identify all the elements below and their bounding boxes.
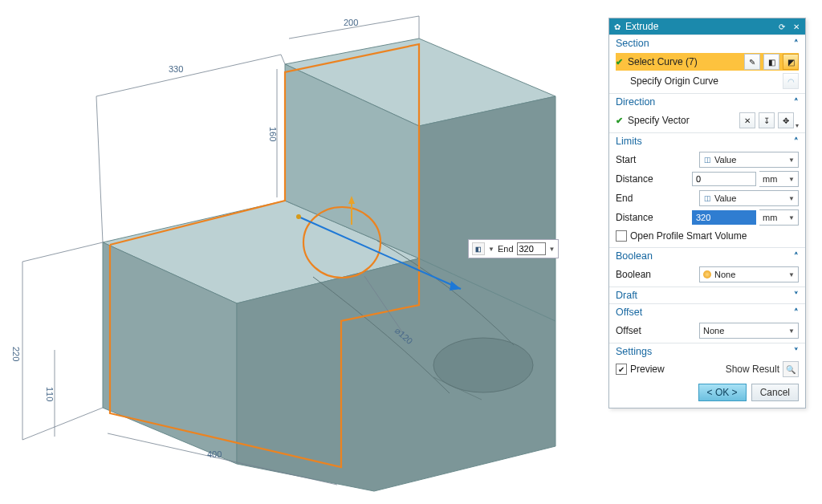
end-unit-label: mm (763, 213, 788, 222)
select-curve-row[interactable]: ✔ Select Curve (7) ✎ ◧ ◩ (616, 53, 799, 71)
start-type-select[interactable]: ◫ Value ▼ (699, 152, 799, 168)
dialog-titlebar[interactable]: ✿ Extrude ⟳ ✕ (609, 18, 805, 35)
section-title-settings: Settings (616, 346, 794, 357)
section-header-section[interactable]: Section ˄ (609, 35, 805, 51)
end-type-dropdown-caret[interactable]: ▼ (488, 246, 494, 253)
sketch-section-icon[interactable]: ✎ (744, 54, 760, 70)
end-distance-input[interactable] (692, 210, 756, 225)
value-cube-icon: ◫ (703, 156, 711, 164)
chevron-up-icon: ˄ (794, 39, 799, 49)
section-header-direction[interactable]: Direction ˄ (609, 93, 805, 110)
chevron-up-icon: ˄ (794, 307, 799, 318)
start-type-value: Value (714, 155, 785, 165)
chevron-down-icon: ▼ (788, 271, 795, 278)
check-icon: ✔ (616, 116, 623, 126)
specify-origin-row[interactable]: Specify Origin Curve ◠ (616, 72, 799, 90)
section-title-draft: Draft (616, 290, 794, 301)
section-header-boolean[interactable]: Boolean ˄ (609, 247, 805, 264)
open-profile-label: Open Profile Smart Volume (630, 230, 747, 242)
vector-dialog-icon[interactable]: ✥ (778, 112, 794, 128)
dim-160: 160 (268, 127, 278, 141)
show-result-button[interactable]: 🔍 (783, 361, 799, 377)
svg-line-21 (22, 242, 103, 262)
end-distance-label: Distance (616, 212, 689, 223)
viewport-3d[interactable]: 330 200 160 220 110 400 ⌀120 ◧ ▼ End ▼ (0, 0, 602, 504)
chevron-up-icon: ˄ (794, 136, 799, 147)
value-cube-icon: ◧ (472, 242, 485, 255)
chevron-down-icon: ▼ (788, 214, 795, 222)
svg-point-13 (296, 214, 301, 219)
show-result-label: Show Result (726, 364, 779, 375)
dialog-title: Extrude (624, 21, 773, 32)
section-title-offset: Offset (616, 307, 794, 318)
end-label: End (616, 193, 696, 204)
specify-vector-row[interactable]: ✔ Specify Vector ✕ ↧ ✥ ▾ (616, 112, 799, 129)
section-title-section: Section (616, 38, 794, 49)
boolean-value: None (714, 270, 785, 279)
start-unit-select[interactable]: mm ▼ (759, 171, 799, 187)
end-label: End (498, 244, 514, 254)
svg-line-22 (22, 408, 103, 440)
section-header-settings[interactable]: Settings ˅ (609, 343, 805, 360)
chevron-up-icon: ˄ (794, 97, 799, 108)
svg-line-14 (96, 55, 281, 96)
end-unit-select[interactable]: mm ▼ (759, 209, 799, 226)
chevron-down-icon[interactable]: ▾ (796, 122, 799, 129)
dim-400: 400 (207, 449, 222, 459)
origin-curve-icon[interactable]: ◠ (783, 73, 799, 89)
value-cube-icon: ◫ (703, 194, 711, 202)
on-canvas-end-widget[interactable]: ◧ ▼ End ▼ (468, 239, 559, 258)
section-title-direction: Direction (616, 96, 794, 108)
chevron-down-icon: ˅ (794, 291, 799, 301)
section-title-boolean: Boolean (616, 250, 794, 262)
none-icon (703, 270, 711, 278)
open-profile-row[interactable]: Open Profile Smart Volume (616, 228, 799, 244)
vector-constructor-icon[interactable]: ✕ (739, 112, 755, 128)
end-type-select[interactable]: ◫ Value ▼ (699, 190, 799, 206)
specify-vector-label: Specify Vector (626, 115, 736, 126)
end-type-value: Value (714, 193, 785, 203)
open-profile-checkbox[interactable] (616, 230, 627, 242)
curve-rule-icon[interactable]: ◧ (763, 54, 779, 70)
cancel-button[interactable]: Cancel (751, 384, 799, 401)
close-icon[interactable]: ✕ (791, 21, 802, 32)
extrude-dialog: ✿ Extrude ⟳ ✕ Section ˄ ✔ Select Curve (… (608, 18, 806, 408)
end-value-dropdown-caret[interactable]: ▼ (549, 246, 555, 253)
dim-330: 330 (169, 64, 183, 74)
start-distance-input[interactable] (692, 172, 756, 186)
chevron-down-icon: ▼ (788, 156, 795, 164)
select-curve-label: Select Curve (7) (626, 56, 741, 67)
chevron-down-icon: ▼ (788, 176, 795, 183)
reverse-direction-icon[interactable]: ↧ (759, 112, 775, 128)
end-value-input[interactable] (517, 242, 546, 255)
svg-line-15 (96, 96, 103, 242)
chevron-down-icon: ▼ (788, 195, 795, 202)
section-title-limits: Limits (616, 136, 794, 147)
offset-select[interactable]: None ▼ (699, 323, 799, 339)
check-icon: ✔ (616, 57, 623, 67)
preview-checkbox[interactable]: ✔ (616, 364, 627, 375)
section-header-offset[interactable]: Offset ˄ (609, 303, 805, 320)
dim-110: 110 (45, 387, 55, 401)
offset-value: None (703, 326, 785, 335)
dim-200: 200 (344, 18, 358, 27)
reset-icon[interactable]: ⟳ (776, 21, 787, 32)
section-header-limits[interactable]: Limits ˄ (609, 132, 805, 149)
gear-icon: ✿ (614, 22, 621, 31)
dim-220: 220 (11, 347, 21, 361)
specify-origin-label: Specify Origin Curve (629, 75, 779, 87)
chevron-up-icon: ˄ (794, 251, 799, 262)
ok-button[interactable]: < OK > (698, 384, 747, 401)
preview-label: Preview (630, 364, 665, 375)
section-header-draft[interactable]: Draft ˅ (609, 287, 805, 303)
boolean-label: Boolean (616, 269, 696, 280)
stop-at-intersection-icon[interactable]: ◩ (783, 54, 799, 70)
start-label: Start (616, 154, 696, 165)
start-unit-label: mm (763, 174, 788, 184)
chevron-down-icon: ˅ (794, 347, 799, 357)
svg-line-16 (281, 55, 285, 64)
start-distance-label: Distance (616, 173, 689, 185)
chevron-down-icon: ▼ (788, 327, 795, 335)
offset-label: Offset (616, 325, 696, 336)
boolean-select[interactable]: None ▼ (699, 266, 799, 282)
